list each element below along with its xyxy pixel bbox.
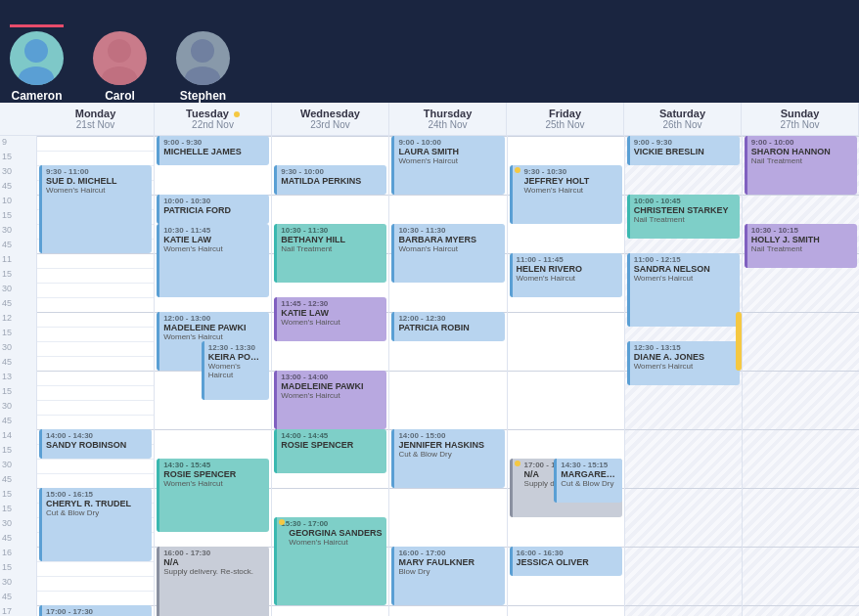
scroll-indicator: [736, 312, 742, 371]
svg-point-5: [191, 39, 214, 63]
appt-mary-faulkner[interactable]: 16:00 - 17:00 MARY FAULKNER Blow Dry: [391, 547, 504, 605]
day-tuesday: Tuesday 22nd Nov: [155, 103, 272, 135]
avatar-stephen: [176, 31, 230, 85]
appt-michelle-james[interactable]: 9:00 - 9:30 MICHELLE JAMES: [157, 136, 269, 165]
day-col-wednesday: 9:30 - 10:00 MATILDA PERKINS 10:30 - 11:…: [272, 136, 389, 616]
appt-bethany-hill[interactable]: 10:30 - 11:30 BETHANY HILL Nail Treatmen…: [274, 224, 386, 283]
appt-patricia-robin[interactable]: 12:00 - 12:30 PATRICIA ROBIN: [391, 312, 504, 341]
appt-christeen-starkey[interactable]: 10:00 - 10:45 CHRISTEEN STARKEY Nail Tre…: [627, 195, 740, 239]
appt-georgina-sanders[interactable]: 15:30 - 17:00 GEORGINA SANDERS Women's H…: [274, 517, 386, 605]
appt-matilda-perkins[interactable]: 9:30 - 10:00 MATILDA PERKINS: [274, 165, 386, 195]
svg-point-1: [19, 66, 54, 85]
day-col-friday: 9:30 - 10:30 JEFFREY HOLT Women's Haircu…: [508, 136, 625, 616]
appt-erin-simmons[interactable]: 17:00 - 17:30 ERIN SIMMONS: [39, 605, 152, 616]
staff-cameron[interactable]: Cameron: [10, 24, 64, 103]
day-col-thursday: 9:00 - 10:00 LAURA SMITH Women's Haircut…: [389, 136, 507, 616]
appt-cheryl-trudel[interactable]: 15:00 - 16:15 CHERYL R. TRUDEL Cut & Blo…: [39, 488, 152, 561]
appt-katie-law-wed[interactable]: 11:45 - 12:30 KATIE LAW Women's Haircut: [274, 297, 386, 341]
day-col-monday: 9:30 - 11:00 SUE D. MICHELL Women's Hair…: [37, 136, 155, 616]
staff-name-stephen: Stephen: [180, 89, 226, 103]
appt-jennifer-haskins[interactable]: 14:00 - 15:00 JENNIFER HASKINS Cut & Blo…: [391, 429, 504, 488]
avatar-cameron: [10, 31, 64, 85]
avatar-carol: [93, 31, 147, 85]
day-thursday: Thursday 24th Nov: [389, 103, 507, 135]
staff-carol[interactable]: Carol: [93, 31, 147, 103]
appt-barbara-myers[interactable]: 10:30 - 11:30 BARBARA MYERS Woman's Hair…: [391, 224, 504, 283]
day-col-tuesday: 9:00 - 9:30 MICHELLE JAMES 10:00 - 10:30…: [155, 136, 272, 616]
svg-point-0: [24, 39, 48, 63]
appt-diane-jones[interactable]: 12:30 - 13:15 DIANE A. JONES Women's Hai…: [627, 341, 740, 385]
grid-area: 9:30 - 11:00 SUE D. MICHELL Women's Hair…: [37, 136, 859, 616]
appt-vickie-breslin[interactable]: 9:00 - 9:30 VICKIE BRESLIN: [627, 136, 740, 165]
day-saturday: Saturday 26th Nov: [624, 103, 742, 135]
time-column: 9 15 30 45 10 15 30 45 11 15 30 45 12 15…: [0, 136, 37, 616]
appt-helen-rivero[interactable]: 11:00 - 11:45 HELEN RIVERO Women's Hairc…: [510, 253, 622, 297]
appt-laura-smith[interactable]: 9:00 - 10:00 LAURA SMITH Women's Haircut: [391, 136, 504, 195]
svg-point-4: [102, 66, 137, 85]
day-friday: Friday 25th Nov: [507, 103, 624, 135]
staff-name-cameron: Cameron: [11, 89, 62, 103]
day-wednesday: Wednesday 23rd Nov: [272, 103, 389, 135]
appt-rosie-spencer-wed[interactable]: 14:00 - 14:45 ROSIE SPENCER: [274, 429, 386, 473]
appt-katie-law-tue[interactable]: 10:30 - 11:45 KATIE LAW Women's Haircut: [157, 224, 269, 297]
staff-header: Cameron Carol Stephen: [0, 0, 859, 103]
appt-sandra-nelson[interactable]: 11:00 - 12:15 SANDRA NELSON Women's Hair…: [627, 253, 740, 327]
appt-holly-smith[interactable]: 10:30 - 10:15 HOLLY J. SMITH Nail Treatm…: [745, 224, 857, 268]
appt-patricia-ford[interactable]: 10:00 - 10:30 PATRICIA FORD: [157, 195, 269, 224]
appt-na-tue[interactable]: 16:00 - 17:30 N/A Supply delivery. Re-st…: [157, 547, 269, 616]
day-sunday: Sunday 27th Nov: [742, 103, 859, 135]
appt-jessica-oliver[interactable]: 16:00 - 16:30 JESSICA OLIVER: [510, 547, 622, 576]
appt-margaret-garon[interactable]: 14:30 - 15:15 MARGARET R. GARON Cut & Bl…: [554, 459, 621, 503]
appt-keira-porter[interactable]: 12:30 - 13:30 KEIRA PORTER Women's Hairc…: [202, 341, 269, 400]
day-col-saturday: 9:00 - 9:30 VICKIE BRESLIN 10:00 - 10:45…: [625, 136, 743, 616]
appt-sandy-robinson[interactable]: 14:00 - 14:30 SANDY ROBINSON: [39, 429, 152, 459]
calendar-body[interactable]: 9 15 30 45 10 15 30 45 11 15 30 45 12 15…: [0, 136, 859, 616]
appt-rosie-spencer-tue[interactable]: 14:30 - 15:45 ROSIE SPENCER Women's Hair…: [157, 459, 269, 532]
staff-name-carol: Carol: [105, 89, 135, 103]
staff-stephen[interactable]: Stephen: [176, 31, 230, 103]
appt-madeleine-pawki-wed[interactable]: 13:00 - 14:00 MADELEINE PAWKI Women's Ha…: [274, 371, 386, 429]
day-headers: Monday 21st Nov Tuesday 22nd Nov Wednesd…: [0, 103, 859, 136]
day-col-sunday: 9:00 - 10:00 SHARON HANNON Nail Treatmen…: [743, 136, 859, 616]
day-monday: Monday 21st Nov: [37, 103, 155, 135]
appt-sharon-hannon[interactable]: 9:00 - 10:00 SHARON HANNON Nail Treatmen…: [745, 136, 857, 195]
calendar-wrapper: Monday 21st Nov Tuesday 22nd Nov Wednesd…: [0, 103, 859, 616]
appt-sue-michell[interactable]: 9:30 - 11:00 SUE D. MICHELL Women's Hair…: [39, 165, 152, 253]
svg-point-3: [108, 39, 131, 63]
appt-jeffrey-holt[interactable]: 9:30 - 10:30 JEFFREY HOLT Women's Haircu…: [510, 165, 622, 224]
svg-point-6: [185, 66, 220, 85]
